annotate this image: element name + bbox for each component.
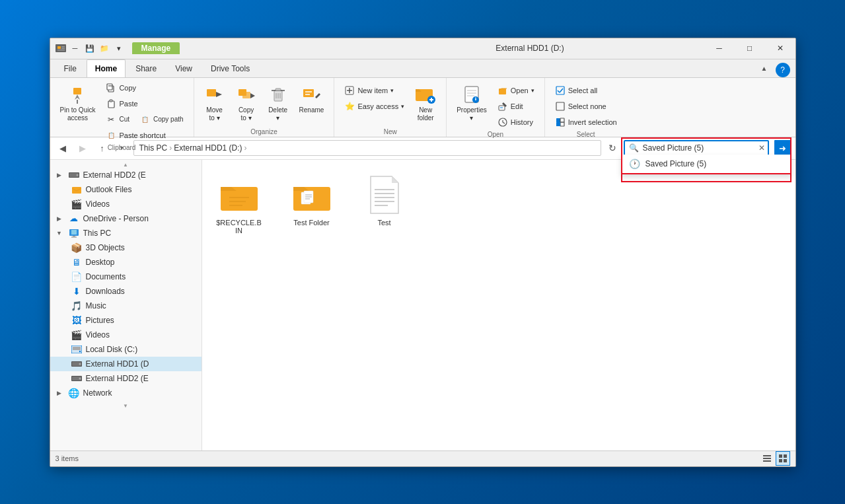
search-input[interactable] bbox=[643, 143, 756, 153]
sidebar-item-onedrive[interactable]: ▶ ☁ OneDrive - Person bbox=[50, 211, 202, 226]
qs-minimize[interactable]: ─ bbox=[69, 42, 82, 55]
search-box[interactable]: 🔍 ✕ bbox=[624, 140, 769, 156]
help-button[interactable]: ? bbox=[776, 63, 790, 77]
sidebar-item-pictures[interactable]: 🖼 Pictures bbox=[50, 313, 202, 328]
search-box-wrapper: 🔍 ✕ 🕐 Saved Picture (5) bbox=[624, 140, 769, 156]
tab-file[interactable]: File bbox=[55, 59, 85, 77]
sidebar-downloads-label: Downloads bbox=[86, 287, 125, 296]
ribbon-collapse-button[interactable]: ▲ bbox=[756, 60, 773, 77]
details-view-button[interactable] bbox=[760, 451, 774, 466]
move-to-button[interactable]: Moveto ▾ bbox=[200, 81, 230, 126]
tab-view[interactable]: View bbox=[166, 59, 201, 77]
sidebar-item-3d-objects[interactable]: 📦 3D Objects bbox=[50, 240, 202, 255]
expand-icon: ▶ bbox=[55, 171, 63, 179]
sidebar-item-external-hdd2-top[interactable]: ▶ External HDD2 (E bbox=[50, 168, 202, 182]
title-bar: ─ 💾 📁 ▾ Manage External HDD1 (D:) ─ □ ✕ bbox=[50, 38, 795, 59]
qs-dropdown[interactable]: ▾ bbox=[112, 42, 126, 55]
copy-to-button[interactable]: Copyto ▾ bbox=[231, 81, 262, 126]
sidebar-item-external-hdd1[interactable]: External HDD1 (D bbox=[50, 357, 202, 371]
open-button[interactable]: Open ▾ bbox=[493, 83, 539, 98]
breadcrumb-sep-2: › bbox=[244, 143, 247, 153]
file-item-test-folder[interactable]: Test Folder bbox=[285, 170, 338, 238]
file-item-test[interactable]: Test bbox=[358, 170, 411, 238]
sidebar-scroll-up: ▲ bbox=[50, 162, 202, 168]
qs-folder[interactable]: 📁 bbox=[98, 42, 111, 55]
new-folder-label: Newfolder bbox=[418, 106, 434, 122]
sidebar-item-this-pc[interactable]: ▼ This PC bbox=[50, 226, 202, 240]
select-none-label: Select none bbox=[568, 102, 606, 110]
copy-button[interactable]: Copy bbox=[101, 81, 188, 95]
delete-button[interactable]: Delete▾ bbox=[263, 81, 293, 126]
sidebar-3d-objects-label: 3D Objects bbox=[86, 243, 125, 252]
new-item-button[interactable]: New item ▾ bbox=[340, 83, 409, 98]
new-folder-button[interactable]: Newfolder bbox=[410, 81, 441, 126]
svg-rect-84 bbox=[763, 455, 771, 456]
search-go-button[interactable]: ➜ bbox=[774, 140, 791, 156]
svg-rect-47 bbox=[556, 118, 560, 122]
maximize-button[interactable]: □ bbox=[735, 38, 765, 59]
file-item-srecycle[interactable]: $RECYCLE.BIN bbox=[213, 170, 266, 238]
qs-save[interactable]: 💾 bbox=[83, 42, 96, 55]
history-button[interactable]: History bbox=[493, 115, 539, 129]
sidebar-outlook-files-label: Outlook Files bbox=[86, 185, 132, 194]
sidebar-item-network[interactable]: ▶ 🌐 Network bbox=[50, 386, 202, 400]
sidebar-item-desktop[interactable]: 🖥 Desktop bbox=[50, 255, 202, 270]
organize-group: Moveto ▾ Copyto ▾ bbox=[194, 78, 335, 137]
paste-shortcut-button[interactable]: 📋 Paste shortcut bbox=[101, 128, 188, 143]
sidebar-item-videos-2[interactable]: 🎬 Videos bbox=[50, 328, 202, 342]
move-to-icon bbox=[204, 84, 225, 105]
edit-button[interactable]: Edit bbox=[493, 99, 539, 114]
svg-rect-43 bbox=[556, 87, 564, 94]
sidebar-item-videos-1[interactable]: 🎬 Videos bbox=[50, 197, 202, 211]
invert-selection-icon bbox=[555, 117, 566, 127]
large-icons-view-button[interactable] bbox=[776, 451, 790, 466]
select-group: Select all Select none Invert selection bbox=[545, 78, 627, 137]
svg-rect-18 bbox=[276, 89, 281, 90]
svg-rect-9 bbox=[107, 84, 112, 90]
tab-drive-tools[interactable]: Drive Tools bbox=[202, 59, 258, 77]
open-group: Properties▾ Open ▾ Edit bbox=[447, 78, 545, 137]
svg-rect-2 bbox=[61, 46, 65, 48]
copy-label: Copy bbox=[119, 84, 136, 92]
svg-rect-86 bbox=[763, 460, 771, 462]
search-history-item[interactable]: 🕐 Saved Picture (5) bbox=[622, 155, 790, 173]
copy-path-button[interactable]: 📋 Copy path bbox=[135, 112, 188, 127]
outlook-files-icon bbox=[71, 184, 82, 195]
manage-tab-label[interactable]: Manage bbox=[132, 42, 180, 54]
pin-to-quick-access-button[interactable]: Pin to Quickaccess bbox=[55, 81, 100, 126]
select-all-label: Select all bbox=[568, 87, 598, 94]
quick-access-toolbar: ─ 💾 📁 ▾ bbox=[69, 42, 126, 55]
tab-share[interactable]: Share bbox=[127, 59, 165, 77]
tab-home[interactable]: Home bbox=[87, 59, 126, 77]
title-bar-left: ─ 💾 📁 ▾ Manage bbox=[50, 42, 409, 55]
cut-copypath-row: ✂ Cut 📋 Copy path bbox=[101, 112, 188, 127]
close-button[interactable]: ✕ bbox=[765, 38, 795, 59]
breadcrumb-current: External HDD1 (D:) bbox=[174, 143, 242, 153]
rename-label: Rename bbox=[299, 106, 324, 114]
organize-label: Organize bbox=[250, 127, 277, 135]
sidebar-item-downloads[interactable]: ⬇ Downloads bbox=[50, 284, 202, 299]
copy-path-label: Copy path bbox=[153, 116, 184, 123]
paste-button[interactable]: Paste bbox=[101, 96, 188, 111]
invert-selection-button[interactable]: Invert selection bbox=[550, 115, 622, 129]
refresh-button[interactable]: ↻ bbox=[604, 139, 621, 157]
sidebar-pictures-label: Pictures bbox=[86, 316, 114, 325]
svg-marker-6 bbox=[75, 94, 80, 100]
sidebar-item-outlook-files[interactable]: Outlook Files bbox=[50, 182, 202, 197]
minimize-button[interactable]: ─ bbox=[704, 38, 735, 59]
3d-objects-icon: 📦 bbox=[71, 242, 82, 253]
select-all-button[interactable]: Select all bbox=[550, 83, 622, 98]
svg-rect-46 bbox=[556, 102, 564, 110]
sidebar-item-documents[interactable]: 📄 Documents bbox=[50, 270, 202, 284]
clear-search-button[interactable]: ✕ bbox=[756, 143, 768, 153]
properties-button[interactable]: Properties▾ bbox=[452, 81, 492, 126]
easy-access-button[interactable]: ⭐ Easy access ▾ bbox=[340, 99, 409, 114]
address-path[interactable]: This PC › External HDD1 (D:) › bbox=[133, 140, 601, 156]
select-none-button[interactable]: Select none bbox=[550, 99, 622, 114]
sidebar-item-local-disk-c[interactable]: Local Disk (C:) bbox=[50, 342, 202, 357]
sidebar-item-music[interactable]: 🎵 Music bbox=[50, 299, 202, 313]
rename-icon bbox=[301, 84, 322, 105]
rename-button[interactable]: Rename bbox=[295, 81, 329, 126]
cut-button[interactable]: ✂ Cut bbox=[101, 112, 134, 127]
sidebar-item-external-hdd2-b[interactable]: External HDD2 (E bbox=[50, 371, 202, 386]
